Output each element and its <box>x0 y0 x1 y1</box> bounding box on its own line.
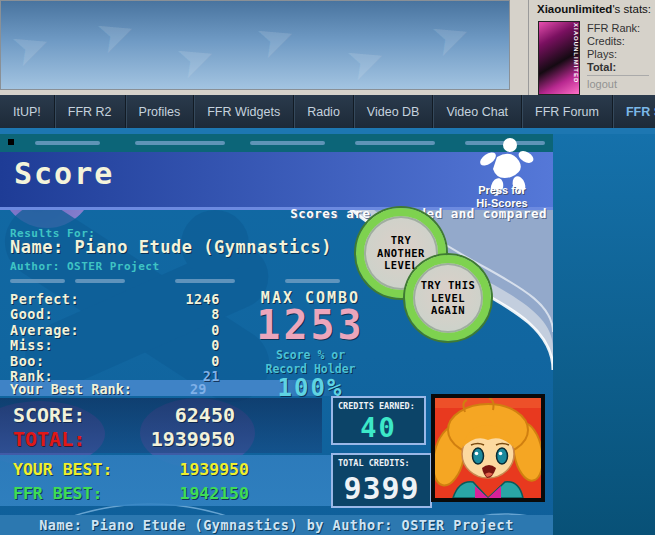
credits-earned-value: 40 <box>333 412 424 443</box>
total-credits-label: TOTAL CREDITS: <box>338 458 410 468</box>
score-value: 62450 <box>175 403 235 427</box>
ffr-banner: ➤ ➤ ➤ ➤ ➤ ➤ <box>0 0 510 90</box>
nav-ffr-forum[interactable]: FFR Forum <box>521 95 612 128</box>
total-credits-box: TOTAL CREDITS: 9399 <box>331 453 432 508</box>
ffr-rank-label: FFR Rank: <box>587 22 640 34</box>
stat-row-good: Good: 8 <box>10 306 220 322</box>
top-teal-strip <box>0 134 553 152</box>
ffr-best-label: FFR BEST: <box>13 484 102 503</box>
total-label: TOTAL: <box>13 427 85 451</box>
stat-label: Good: <box>10 306 53 322</box>
stat-label: Miss: <box>10 337 53 353</box>
character-avatar <box>431 394 545 502</box>
corner-marker <box>8 139 14 145</box>
banner-arrow-icon: ➤ <box>338 28 393 90</box>
user-avatar[interactable]: XIAOUNLIMITED <box>538 21 580 95</box>
banner-arrow-icon: ➤ <box>423 4 478 68</box>
separator-dash <box>285 279 340 283</box>
strip-dash <box>355 141 435 145</box>
song-footer-bar: Name: Piano Etude (Gymnastics) by Author… <box>0 515 553 535</box>
separator-dash <box>75 279 125 283</box>
best-scores-band: YOUR BEST: 1939950 FFR BEST: 1942150 <box>0 455 332 506</box>
try-this-level-again-label: TRY THIS LEVEL AGAIN <box>421 279 476 317</box>
your-best-row: YOUR BEST: 1939950 <box>13 460 249 479</box>
total-value: 1939950 <box>151 427 235 451</box>
banner-arrow-icon: ➤ <box>248 6 303 70</box>
stat-value: 0 <box>211 322 220 338</box>
nav-radio[interactable]: Radio <box>293 95 353 128</box>
nav-video-chat[interactable]: Video Chat <box>432 95 521 128</box>
stat-label: Rank: <box>10 368 53 384</box>
nav-ffr-r2[interactable]: FFR R2 <box>54 95 125 128</box>
character-illustration <box>435 398 541 498</box>
username: Xiaounlimited <box>537 3 612 15</box>
score-total-band: SCORE: 62450 TOTAL: 1939950 <box>0 398 322 453</box>
nav-ffr-store[interactable]: FFR Store <box>612 95 655 128</box>
stat-label: Average: <box>10 322 79 338</box>
page-background <box>553 134 655 535</box>
total-credits-value: 9399 <box>333 471 430 506</box>
stat-value: 0 <box>211 337 220 353</box>
score-percent-label: Score % or Record Holder <box>228 348 393 377</box>
credits-label: Credits: <box>587 35 625 47</box>
nav-itup[interactable]: ItUP! <box>0 95 54 128</box>
max-combo-value: 1253 <box>228 302 393 348</box>
main-nav: ItUP! FFR R2 Profiles FFR Widgets Radio … <box>0 95 655 128</box>
credits-earned-box: CREDITS EARNED: 40 <box>331 396 426 445</box>
score-label: SCORE: <box>13 403 85 427</box>
ffr-best-row: FFR BEST: 1942150 <box>13 484 249 503</box>
total-row: TOTAL: 1939950 <box>13 427 235 451</box>
user-avatar-label: XIAOUNLIMITED <box>573 23 579 83</box>
stat-row-miss: Miss: 0 <box>10 337 220 353</box>
game-score-screen: Score Press for Hi-Scores Scores are rec… <box>0 134 553 535</box>
strip-dash <box>35 141 100 145</box>
stat-label: Perfect: <box>10 291 79 307</box>
try-this-level-again-button[interactable]: TRY THIS LEVEL AGAIN <box>405 255 491 341</box>
ffr-best-value: 1942150 <box>179 484 249 503</box>
page-title: Score <box>14 156 114 191</box>
separator-dash <box>10 279 65 283</box>
stat-row-rank: Rank: 21 <box>10 368 220 384</box>
banner-arrow-icon: ➤ <box>168 26 223 90</box>
stat-value: 8 <box>211 306 220 322</box>
total-label: Total: <box>587 61 616 73</box>
your-best-label: YOUR BEST: <box>13 460 112 479</box>
credits-earned-label: CREDITS EARNED: <box>338 401 415 411</box>
user-stats-panel: Xiaounlimited's stats: XIAOUNLIMITED FFR… <box>528 0 655 95</box>
stat-value: 0 <box>211 353 220 369</box>
nav-ffr-widgets[interactable]: FFR Widgets <box>193 95 293 128</box>
your-best-value: 1939950 <box>179 460 249 479</box>
stat-value: 21 <box>203 368 220 384</box>
divider <box>587 75 649 76</box>
separator-dash <box>175 279 235 283</box>
banner-arrow-icon: ➤ <box>3 14 58 78</box>
stat-row-average: Average: 0 <box>10 322 220 338</box>
nav-profiles[interactable]: Profiles <box>125 95 194 128</box>
song-author: Author: OSTER Project <box>10 260 160 273</box>
score-row: SCORE: 62450 <box>13 403 235 427</box>
ffr-page: ➤ ➤ ➤ ➤ ➤ ➤ Xiaounlimited's stats: XIAOU… <box>0 0 655 535</box>
stat-label: Boo: <box>10 353 45 369</box>
strip-dash <box>250 141 325 145</box>
plays-label: Plays: <box>587 48 617 60</box>
user-stats-title: Xiaounlimited's stats: <box>537 3 651 15</box>
nav-video-db[interactable]: Video DB <box>353 95 433 128</box>
stat-value: 1246 <box>185 291 220 307</box>
strip-dash <box>135 141 225 145</box>
banner-arrow-icon: ➤ <box>88 1 143 65</box>
stat-row-perfect: Perfect: 1246 <box>10 291 220 307</box>
song-name: Name: Piano Etude (Gymnastics) <box>10 237 332 257</box>
logout-link[interactable]: logout <box>587 78 617 90</box>
stats-title-suffix: 's stats: <box>612 3 651 15</box>
song-footer-text: Name: Piano Etude (Gymnastics) by Author… <box>39 517 514 533</box>
stat-row-boo: Boo: 0 <box>10 353 220 369</box>
